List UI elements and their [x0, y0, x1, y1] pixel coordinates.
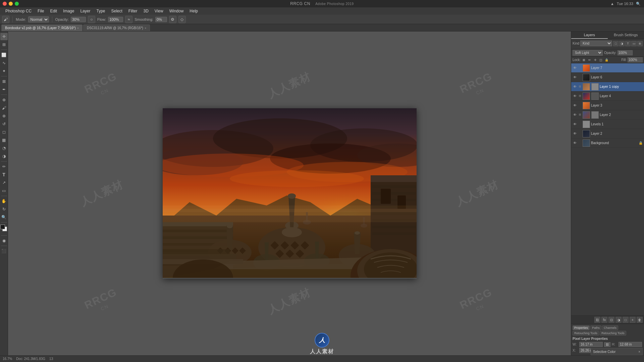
layer-item-layer1copy[interactable]: 👁 ⛓ Layer 1 copy	[571, 82, 644, 92]
menu-file[interactable]: File	[35, 8, 47, 14]
blur-tool[interactable]: ◔	[0, 144, 8, 152]
layer-item-layer6[interactable]: 👁 Layer 6	[571, 73, 644, 82]
lock-position-icon[interactable]: ✛	[593, 58, 598, 62]
tab-close-1[interactable]: ×	[77, 26, 79, 30]
add-adjustment-btn[interactable]: ◑	[615, 317, 622, 323]
w-value-input[interactable]	[579, 342, 603, 347]
gradient-tool[interactable]: ▦	[0, 136, 8, 144]
tab-borobodur[interactable]: Borobodur v2.psb @ 16,7% (Layer 7; RGB/1…	[1, 24, 83, 31]
tab-layers[interactable]: Layers	[571, 32, 608, 39]
layer-item-levels1[interactable]: 👁 Levels 1	[571, 120, 644, 129]
menu-layer[interactable]: Layer	[77, 8, 93, 14]
visibility-eye[interactable]: 👁	[573, 84, 577, 89]
artboard-tool[interactable]: ⊞	[0, 41, 8, 48]
type-tool[interactable]: T	[0, 171, 8, 178]
filter-smart-icon[interactable]: ⊛	[637, 41, 643, 46]
new-layer-btn[interactable]: +	[630, 317, 636, 323]
screen-mode[interactable]: ⬛	[0, 247, 8, 255]
pen-tool[interactable]: ✏	[0, 163, 8, 170]
traffic-lights[interactable]	[0, 2, 19, 6]
visibility-eye[interactable]: 👁	[573, 94, 577, 99]
chain-link-icon[interactable]: ⛓	[578, 94, 582, 99]
healing-tool[interactable]: ⊕	[0, 96, 8, 104]
airbrush-icon[interactable]: ○	[88, 16, 95, 23]
visibility-eye[interactable]: 👁	[573, 131, 577, 136]
opacity-input[interactable]	[71, 17, 86, 22]
magic-wand-tool[interactable]: ✦	[0, 67, 8, 75]
menu-type[interactable]: Type	[94, 8, 108, 14]
lasso-tool[interactable]: ∿	[0, 59, 8, 67]
eraser-tool[interactable]: ◻	[0, 128, 8, 136]
prop-tab-retouching1[interactable]: Retouching Tools	[573, 331, 599, 336]
lock-artboard-icon[interactable]: ◫	[599, 58, 603, 62]
menu-edit[interactable]: Edit	[47, 8, 60, 14]
delete-layer-btn[interactable]: 🗑	[637, 317, 643, 323]
filter-type-icon[interactable]: T	[625, 41, 631, 46]
link-layers-btn[interactable]: ⛓	[594, 317, 600, 323]
prop-tab-channels[interactable]: Channels	[602, 325, 618, 330]
menu-help[interactable]: Help	[187, 8, 201, 14]
path-selection[interactable]: ↗	[0, 179, 8, 186]
tab-brush-settings[interactable]: Brush Settings	[608, 32, 644, 39]
eyedropper-tool[interactable]: ✒	[0, 86, 8, 93]
layer-item-layer3[interactable]: 👁 Layer 3	[571, 101, 644, 110]
fullscreen-button[interactable]	[15, 2, 19, 6]
prop-tab-retouching2[interactable]: Retouching Tools	[600, 331, 626, 336]
filter-pixel-icon[interactable]: □	[613, 41, 619, 46]
crop-tool[interactable]: ⊠	[0, 78, 8, 85]
layer-item-layer4[interactable]: 👁 ⛓ Layer 4	[571, 92, 644, 101]
smoothing-input[interactable]	[155, 17, 167, 22]
blend-mode-select[interactable]: Normal	[28, 16, 49, 22]
move-tool[interactable]: ✛	[0, 33, 8, 40]
lock-all-icon[interactable]: 🔒	[604, 58, 609, 62]
layer-item-background[interactable]: 👁 Background 🔒	[571, 138, 644, 148]
dodge-tool[interactable]: ◑	[0, 153, 8, 160]
filter-shape-icon[interactable]: ▭	[631, 41, 637, 46]
marquee-tool[interactable]: ⬜	[0, 51, 8, 59]
erase-icon[interactable]: ◇	[178, 16, 186, 23]
lock-pixels-icon[interactable]: ✏	[587, 58, 592, 62]
layer-item-layer7[interactable]: 👁 Layer 7	[571, 63, 644, 73]
color-swatches[interactable]	[0, 225, 8, 233]
selective-color-popup[interactable]: Selective Color ×	[591, 348, 643, 355]
popup-close-btn[interactable]: ×	[638, 350, 640, 354]
tab-dsc[interactable]: DSC01119.ARW @ 16,7% (RGB/16*) ×	[83, 24, 150, 31]
minimize-button[interactable]	[9, 2, 13, 6]
kind-select[interactable]: Kind	[580, 41, 612, 46]
layer-fill-input[interactable]	[628, 57, 643, 62]
chain-link-icon[interactable]: ⛓	[578, 84, 582, 89]
visibility-eye[interactable]: 👁	[573, 122, 577, 127]
tab-close-2[interactable]: ×	[145, 26, 146, 30]
layer-blend-mode[interactable]: Soft Light Normal Multiply Screen	[573, 50, 603, 56]
add-mask-btn[interactable]: ⊡	[608, 317, 614, 323]
history-brush[interactable]: ↺	[0, 120, 8, 128]
clone-tool[interactable]: ⊗	[0, 112, 8, 120]
prop-tab-paths[interactable]: Paths	[590, 325, 601, 330]
h-value-input[interactable]	[619, 342, 642, 347]
filter-adjust-icon[interactable]: ◑	[619, 41, 625, 46]
flow-input[interactable]	[108, 17, 123, 22]
shape-tool[interactable]: ▭	[0, 187, 8, 194]
menu-image[interactable]: Image	[60, 8, 77, 14]
settings-icon[interactable]: ⚙	[169, 16, 176, 23]
visibility-eye[interactable]: 👁	[573, 75, 577, 80]
visibility-eye[interactable]: 👁	[573, 141, 577, 145]
visibility-eye[interactable]: 👁	[573, 113, 577, 117]
menu-select[interactable]: Select	[108, 8, 125, 14]
brush-tool-icon[interactable]: 🖌	[2, 16, 9, 23]
zoom-tool[interactable]: 🔍	[0, 214, 8, 221]
layer-item-layer2b[interactable]: 👁 Layer 2	[571, 129, 644, 138]
canvas-area[interactable]: RRCGCN 人人素材 RRCGCN 人人素材 RRCGCN 人人素材 RRCG…	[8, 32, 571, 355]
visibility-eye[interactable]: 👁	[573, 103, 577, 108]
new-group-btn[interactable]: □	[623, 317, 629, 323]
menu-3d[interactable]: 3D	[141, 8, 151, 14]
smooth-icon[interactable]: ≈	[125, 16, 132, 23]
rotate-view[interactable]: ↻	[0, 205, 8, 213]
layer-item-layer2[interactable]: 👁 ⛓ Layer 2	[571, 110, 644, 120]
layer-opacity-input[interactable]	[618, 50, 633, 55]
close-button[interactable]	[3, 2, 7, 6]
brush-tool[interactable]: 🖌	[0, 104, 8, 112]
prop-tab-properties[interactable]: Properties	[573, 325, 590, 330]
layer-fx-btn[interactable]: fx	[601, 317, 607, 323]
menu-window[interactable]: Window	[167, 8, 186, 14]
